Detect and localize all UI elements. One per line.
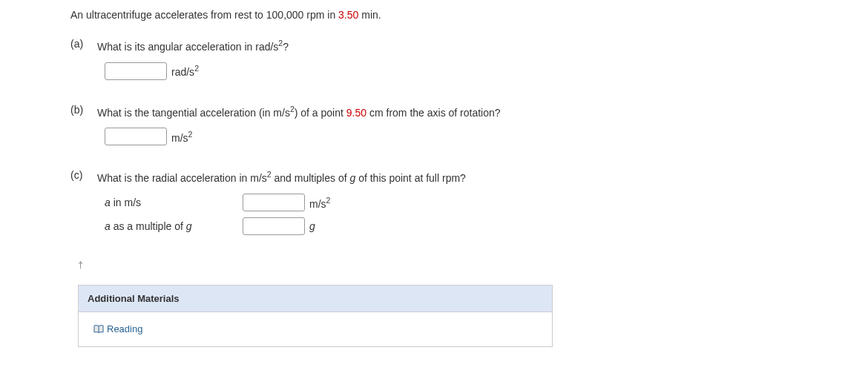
part-c-input-1[interactable] xyxy=(243,194,305,211)
reading-link-text: Reading xyxy=(107,323,142,334)
part-b-input[interactable] xyxy=(105,128,167,145)
additional-materials-header: Additional Materials xyxy=(79,286,552,312)
part-c-input-2[interactable] xyxy=(243,217,305,235)
part-c-label: (c) xyxy=(70,169,97,181)
problem-statement: An ultracentrifuge accelerates from rest… xyxy=(70,7,798,23)
problem-highlight-value: 3.50 xyxy=(338,9,358,21)
part-c-row2: a as a multiple of g g xyxy=(105,217,798,235)
part-b-label: (b) xyxy=(70,104,97,116)
part-c-row1: a in m/s m/s2 xyxy=(105,194,798,211)
part-b-highlight: 9.50 xyxy=(346,106,366,118)
part-a: (a) What is its angular acceleration in … xyxy=(70,38,798,80)
additional-materials-panel: Additional Materials Reading xyxy=(78,285,553,347)
part-c-row2-unit: g xyxy=(309,220,315,232)
part-a-input[interactable] xyxy=(105,62,167,80)
reading-link[interactable]: Reading xyxy=(93,323,142,334)
part-c-row1-unit: m/s2 xyxy=(309,196,330,210)
part-c: (c) What is the radial acceleration in m… xyxy=(70,169,798,235)
problem-container: An ultracentrifuge accelerates from rest… xyxy=(0,0,868,379)
book-icon xyxy=(93,325,104,336)
part-b-unit: m/s2 xyxy=(171,130,192,144)
part-b: (b) What is the tangential acceleration … xyxy=(70,104,798,146)
problem-text-before: An ultracentrifuge accelerates from rest… xyxy=(70,9,338,21)
problem-text-after: min. xyxy=(358,9,381,21)
part-a-unit: rad/s2 xyxy=(171,64,199,78)
part-c-row1-label: a in m/s xyxy=(105,197,243,208)
part-a-question: What is its angular acceleration in rad/… xyxy=(97,38,798,55)
dagger-footnote: † xyxy=(78,259,798,270)
part-a-label: (a) xyxy=(70,38,97,50)
part-c-question: What is the radial acceleration in m/s2 … xyxy=(97,169,798,186)
part-c-row2-label: a as a multiple of g xyxy=(105,220,243,232)
part-b-question: What is the tangential acceleration (in … xyxy=(97,104,798,121)
